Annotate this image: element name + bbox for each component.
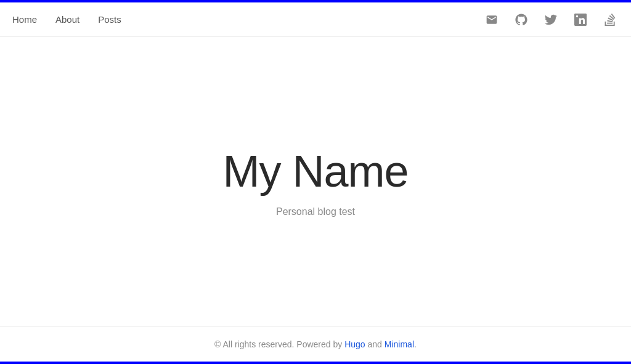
navbar: Home About Posts — [0, 2, 631, 37]
linkedin-icon[interactable] — [572, 11, 589, 28]
nav-home[interactable]: Home — [12, 14, 37, 25]
stackoverflow-icon[interactable] — [601, 11, 619, 28]
site-subtitle: Personal blog test — [276, 206, 355, 217]
footer-copyright: © All rights reserved. Powered by — [214, 339, 344, 349]
footer-period: . — [414, 339, 417, 349]
twitter-icon[interactable] — [542, 11, 560, 28]
minimal-link[interactable]: Minimal — [385, 339, 414, 349]
footer-and: and — [365, 339, 385, 349]
bottom-border — [0, 362, 631, 364]
site-title: My Name — [222, 146, 408, 196]
nav-links: Home About Posts — [12, 14, 121, 25]
hugo-link[interactable]: Hugo — [344, 339, 365, 349]
github-icon[interactable] — [513, 11, 530, 28]
nav-about[interactable]: About — [55, 14, 79, 25]
nav-icons — [483, 11, 619, 28]
nav-posts[interactable]: Posts — [98, 14, 121, 25]
email-icon[interactable] — [483, 11, 500, 28]
footer: © All rights reserved. Powered by Hugo a… — [0, 326, 631, 362]
main-content: My Name Personal blog test — [0, 37, 631, 326]
